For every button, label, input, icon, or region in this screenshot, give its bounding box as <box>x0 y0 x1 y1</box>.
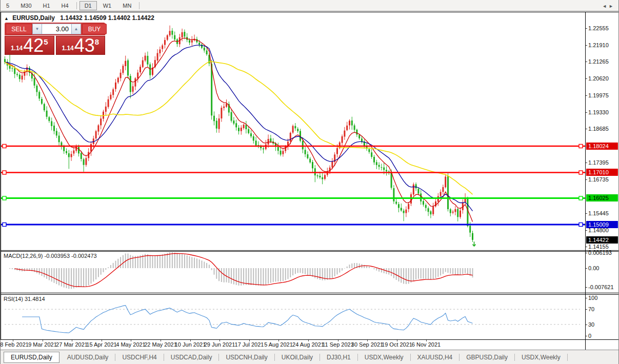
sell-price-display[interactable]: 1.14 42 5 <box>5 36 54 55</box>
symbol-tabbar: EURUSD,DailyAUDUSD,DailyUSDCHF,H4USDCAD,… <box>1 350 619 364</box>
price-tick-mark <box>586 78 587 79</box>
price-tick-mark <box>586 129 587 129</box>
tab-scroll-arrows[interactable]: ◄► <box>602 4 615 9</box>
price-tick-mark <box>586 28 587 29</box>
rsi-canvas[interactable] <box>1 294 585 339</box>
date-label: 4 May 2021 <box>116 341 145 348</box>
timeframe-button-M30[interactable]: M30 <box>15 1 36 10</box>
macd-axis-label: 0.00 <box>588 265 599 272</box>
macd-tick-mark <box>586 287 587 288</box>
date-label: 5 Aug 2021 <box>264 341 293 348</box>
toolbar-separator <box>139 2 139 9</box>
price-tick-mark <box>586 45 587 46</box>
timeframe-toolbar: 5M30H1H4D1W1MN <box>1 0 619 11</box>
rsi-axis-label: 100 <box>588 295 597 301</box>
date-label: 30 Sep 2021 <box>351 341 383 348</box>
buy-button[interactable]: BUY <box>82 24 107 34</box>
rsi-top-border <box>1 294 619 295</box>
date-label: 18 Feb 2021 <box>0 341 29 348</box>
macd-top-border <box>1 251 619 252</box>
chart-quote-ohlc: 1.14432 1.14509 1.14402 1.14422 <box>60 14 154 22</box>
symbol-tab-ukoil-daily[interactable]: UKOil,Daily <box>275 352 320 362</box>
price-tick-label: 1.17395 <box>588 159 609 166</box>
price-tick-mark <box>586 95 587 96</box>
timeframe-button-W1[interactable]: W1 <box>98 1 117 10</box>
symbol-tab-xauusd-h4[interactable]: XAUUSD,H4 <box>411 352 460 362</box>
symbol-tab-audusd-daily[interactable]: AUDUSD,Daily <box>61 352 115 362</box>
timeframe-button-MN[interactable]: MN <box>117 1 136 10</box>
buy-price-big-digits: 43 <box>74 37 95 54</box>
price-tick-label: 1.19330 <box>588 109 609 116</box>
price-tick-mark <box>586 179 587 180</box>
mt4-window: 5M30H1H4D1W1MN ▲ EURUSD,Daily 1.14432 1.… <box>0 0 619 364</box>
symbol-tab-dj30-h1[interactable]: DJ30,H1 <box>320 352 357 362</box>
rsi-panel: RSI(14) 31.4814 <box>1 294 585 339</box>
price-tick-mark <box>586 62 587 62</box>
plot-left-border <box>1 12 1 339</box>
price-level-flag: 1.16025 <box>586 194 618 201</box>
symbol-tab-usdx-weekly[interactable]: USDX,Weekly <box>515 352 567 362</box>
price-tick-label: 1.21910 <box>588 42 609 49</box>
volume-input[interactable] <box>42 24 71 34</box>
date-axis[interactable]: 18 Feb 20219 Mar 202127 Mar 202115 Apr 2… <box>1 340 585 349</box>
price-tick-label: 1.22555 <box>588 25 609 32</box>
price-tick-mark <box>586 213 587 214</box>
date-label: 15 Apr 2021 <box>86 341 116 348</box>
timeframe-button-H1[interactable]: H1 <box>38 1 55 10</box>
price-tick-mark <box>586 230 587 231</box>
symbol-tab-usdcad-daily[interactable]: USDCAD,Daily <box>164 352 219 362</box>
toolbar-separator <box>76 2 77 9</box>
price-tick-label: 1.19975 <box>588 92 609 99</box>
symbol-tab-usdcnh-daily[interactable]: USDCNH,Daily <box>219 352 274 362</box>
symbol-tab-eurusd-daily[interactable]: EURUSD,Daily <box>4 352 59 363</box>
date-label: 11 Sep 2021 <box>322 341 354 348</box>
chart-title: ▲ EURUSD,Daily 1.14432 1.14509 1.14402 1… <box>4 14 154 22</box>
date-label: 10 Jun 2021 <box>175 341 206 348</box>
buy-price-pipette: 8 <box>95 37 99 46</box>
price-tick-mark <box>586 112 587 113</box>
rsi-tick-mark <box>586 309 587 310</box>
rsi-label: RSI(14) 31.4814 <box>4 296 45 302</box>
symbol-tab-usdchf-h4[interactable]: USDCHF,H4 <box>115 352 163 362</box>
volume-increase-button[interactable]: ▲ <box>71 24 81 34</box>
macd-tick-mark <box>586 268 587 269</box>
date-label: 27 Mar 2021 <box>56 341 88 348</box>
tab-separator <box>567 354 568 361</box>
price-tick-label: 1.15445 <box>588 210 609 217</box>
date-label: 24 Aug 2021 <box>292 341 324 348</box>
price-tick-label: 1.18685 <box>588 126 609 132</box>
rsi-tick-mark <box>586 298 587 298</box>
volume-decrease-button[interactable]: ▼ <box>32 24 42 34</box>
rsi-axis-label: 30 <box>588 321 594 328</box>
price-axis[interactable]: 1.225551.219101.212651.206201.199751.193… <box>586 12 619 350</box>
date-label: 19 Oct 2021 <box>382 341 412 348</box>
buy-price-display[interactable]: 1.14 43 8 <box>56 36 106 55</box>
price-tick-mark <box>586 163 587 163</box>
price-level-flag: 1.17010 <box>586 169 618 176</box>
spinner-up-icon: ▲ <box>74 27 78 31</box>
macd-label: MACD(12,26,9) -0.003953 -0.002473 <box>4 253 97 259</box>
symbol-tab-usdx-weekly[interactable]: USDX,Weekly <box>358 352 410 362</box>
chart-symbol-label: EURUSD,Daily <box>12 14 55 22</box>
tab-scroll-left-icon[interactable]: ◄ <box>602 4 609 9</box>
spinner-down-icon: ▼ <box>35 27 39 31</box>
sell-price-big-digits: 42 <box>23 37 44 54</box>
price-tick-mark <box>586 247 587 247</box>
chart-object-marker-icon: ▲ <box>4 16 9 21</box>
rsi-bottom-border <box>1 339 619 340</box>
symbol-tab-gbpusd-daily[interactable]: GBPUSD,Daily <box>460 352 514 362</box>
buy-price-prefix: 1.14 <box>62 45 73 52</box>
macd-tick-mark <box>586 253 587 253</box>
sell-button[interactable]: SELL <box>6 24 32 34</box>
plot-right-border <box>585 12 586 350</box>
timeframe-button-5[interactable]: 5 <box>1 1 14 10</box>
rsi-tick-mark <box>586 325 587 325</box>
timeframe-button-D1[interactable]: D1 <box>79 1 97 10</box>
timeframe-button-H4[interactable]: H4 <box>56 1 74 10</box>
chart-bottom-border <box>1 250 619 251</box>
date-label: 17 Jul 2021 <box>235 341 264 348</box>
main-chart-panel: ▲ EURUSD,Daily 1.14432 1.14509 1.14402 1… <box>1 12 585 250</box>
rsi-axis-label: 0 <box>588 333 591 339</box>
price-tick-label: 1.21265 <box>588 58 609 65</box>
tab-scroll-right-icon[interactable]: ► <box>609 4 615 9</box>
